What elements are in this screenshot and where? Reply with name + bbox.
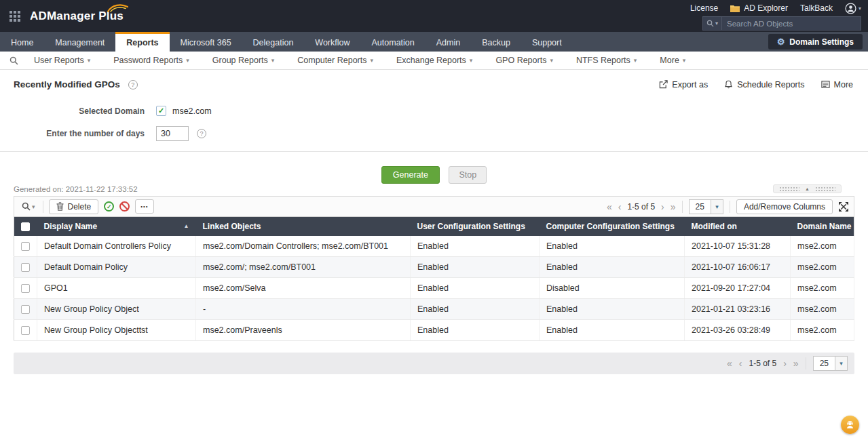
reports-nav-group-reports[interactable]: Group Reports▾ (201, 56, 286, 65)
table-toolbar: ▾ Delete ✓ ••• « ‹ 1-5 of 5 › » 25 ▾ Add… (14, 196, 854, 216)
tab-admin[interactable]: Admin (426, 32, 471, 52)
pagination-prev-button[interactable]: ‹ (739, 359, 742, 368)
reports-nav-computer-reports[interactable]: Computer Reports▾ (286, 56, 385, 65)
license-link[interactable]: License (690, 3, 718, 13)
search-input[interactable] (722, 20, 848, 28)
table-row: New Group Policy Objecttst mse2.com/Prav… (14, 320, 854, 341)
row-checkbox[interactable] (21, 242, 30, 251)
pagination-next-button[interactable]: › (661, 202, 664, 212)
chevron-down-icon: ▾ (711, 200, 723, 214)
cell-linked-objects: - (196, 299, 411, 320)
help-icon[interactable]: ? (128, 80, 138, 89)
row-checkbox[interactable] (21, 284, 30, 293)
cell-modified-on: 2021-01-21 03:23:16 (685, 299, 791, 320)
add-remove-columns-button[interactable]: Add/Remove Columns (736, 199, 833, 214)
column-header-computer-config[interactable]: Computer Configuration Settings (540, 217, 685, 236)
expand-table-icon[interactable] (839, 202, 848, 212)
ad-explorer-link[interactable]: AD Explorer (730, 3, 788, 13)
disable-gpo-button[interactable] (119, 201, 130, 212)
column-header-modified-on[interactable]: Modified on (685, 217, 791, 236)
toolbar-separator (730, 201, 730, 213)
delete-button[interactable]: Delete (49, 199, 99, 214)
row-checkbox[interactable] (21, 305, 30, 314)
reports-nav-user-reports[interactable]: User Reports▾ (22, 56, 102, 65)
talkback-link[interactable]: TalkBack (800, 3, 833, 13)
cell-modified-on: 2021-09-20 17:27:04 (685, 278, 791, 299)
page-title: Recently Modified GPOs (14, 79, 120, 89)
chevron-down-icon: ▾ (858, 5, 861, 12)
domain-value: mse2.com (172, 106, 212, 116)
schedule-reports-button[interactable]: Schedule Reports (724, 80, 804, 89)
reports-nav-ntfs-reports[interactable]: NTFS Reports▾ (565, 56, 648, 65)
row-checkbox[interactable] (21, 326, 30, 335)
user-menu[interactable]: ▾ (845, 3, 861, 14)
tab-home[interactable]: Home (0, 32, 44, 52)
column-header-display-name[interactable]: Display Name▲ (37, 217, 196, 236)
search-icon (22, 202, 31, 211)
select-all-checkbox[interactable] (21, 222, 30, 231)
days-input[interactable] (156, 126, 189, 141)
enable-gpo-button[interactable]: ✓ (104, 201, 114, 212)
ellipsis-icon: ••• (140, 203, 148, 209)
reports-nav-gpo-reports[interactable]: GPO Reports▾ (484, 56, 565, 65)
pagination-last-button[interactable]: » (793, 359, 799, 368)
reports-nav-password-reports[interactable]: Password Reports▾ (102, 56, 201, 65)
cell-display-name: GPO1 (37, 278, 196, 299)
more-actions-menu[interactable]: More (821, 80, 853, 89)
tab-workflow[interactable]: Workflow (304, 32, 360, 52)
domain-checkbox[interactable]: ✓ (156, 106, 166, 116)
chat-support-button[interactable] (841, 416, 859, 434)
tab-reports[interactable]: Reports (115, 32, 169, 52)
domain-settings-button[interactable]: ⚙ Domain Settings (768, 34, 863, 49)
tab-delegation[interactable]: Delegation (242, 32, 305, 52)
cell-computer-config: Disabled (540, 278, 685, 299)
reports-nav-more[interactable]: More▾ (648, 56, 697, 65)
row-checkbox[interactable] (21, 263, 30, 272)
generate-button[interactable]: Generate (381, 166, 440, 184)
bell-icon (724, 80, 733, 89)
gpo-report-table: Display Name▲ Linked Objects User Config… (14, 216, 854, 341)
more-row-actions-button[interactable]: ••• (135, 199, 153, 214)
cell-domain-name: mse2.com (791, 278, 854, 299)
cell-display-name: New Group Policy Objecttst (37, 320, 196, 341)
cell-user-config: Enabled (411, 278, 540, 299)
header-search-box: ▾ (702, 16, 861, 31)
cell-domain-name: mse2.com (791, 299, 854, 320)
days-help-icon[interactable]: ? (197, 129, 206, 138)
tab-backup[interactable]: Backup (471, 32, 521, 52)
drag-dots-icon (815, 186, 835, 191)
apps-grid-icon[interactable] (10, 11, 20, 22)
pagination-first-button[interactable]: « (607, 202, 612, 212)
tab-automation[interactable]: Automation (361, 32, 426, 52)
admanager-logo[interactable]: ADManager Plus (30, 9, 124, 23)
tab-microsoft-365[interactable]: Microsoft 365 (170, 32, 242, 52)
tab-support[interactable]: Support (521, 32, 573, 52)
reports-nav-exchange-reports[interactable]: Exchange Reports▾ (385, 56, 484, 65)
page-size-select[interactable]: 25 ▾ (689, 199, 723, 214)
column-header-linked-objects[interactable]: Linked Objects (196, 217, 411, 236)
user-avatar-icon (845, 3, 856, 14)
pagination-last-button[interactable]: » (671, 202, 676, 212)
column-header-user-config[interactable]: User Configuration Settings (411, 217, 540, 236)
chevron-down-icon: ▾ (634, 57, 637, 64)
cell-user-config: Enabled (411, 320, 540, 341)
pagination-prev-button[interactable]: ‹ (618, 202, 622, 212)
export-as-button[interactable]: Export as (659, 80, 708, 89)
column-header-domain-name[interactable]: Domain Name (791, 217, 854, 236)
pagination-first-button[interactable]: « (727, 359, 732, 368)
cell-linked-objects: mse2.com/; mse2.com/BT001 (196, 257, 411, 278)
tab-management[interactable]: Management (44, 32, 115, 52)
check-icon: ✓ (107, 203, 112, 210)
search-scope-dropdown[interactable]: ▾ (703, 17, 722, 30)
days-label: Enter the number of days (0, 129, 145, 138)
collapse-panel-handle[interactable]: ▲ (773, 184, 842, 193)
cell-display-name: Default Domain Policy (37, 257, 196, 278)
stop-button[interactable]: Stop (449, 166, 487, 184)
page-size-select[interactable]: 25 ▾ (813, 356, 848, 371)
table-row: Default Domain Controllers Policy mse2.c… (14, 236, 854, 257)
cell-computer-config: Enabled (540, 299, 685, 320)
reports-search-icon[interactable] (5, 56, 22, 65)
chevron-down-icon: ▾ (32, 203, 35, 210)
table-search-toggle[interactable]: ▾ (20, 202, 37, 211)
pagination-next-button[interactable]: › (783, 359, 787, 368)
